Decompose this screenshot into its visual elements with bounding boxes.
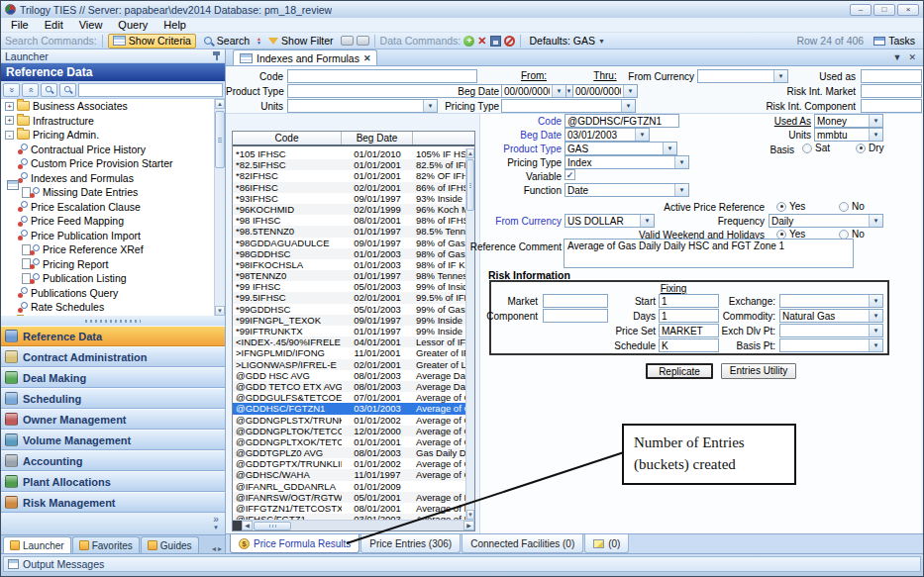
tab-indexes-and-formulas[interactable]: Indexes and Formulas ✕	[233, 49, 377, 65]
tree-item-business-associates[interactable]: +Business Associates	[1, 99, 214, 114]
restore-button[interactable]: □	[873, 4, 895, 16]
table-row[interactable]: *93IFHSC09/01/199793% Inside FER	[233, 193, 465, 204]
dropdown-icon[interactable]: ▼	[869, 129, 882, 141]
table-row[interactable]: *82.5IFHSC01/01/200182.5% of IFHSC	[233, 159, 465, 170]
tab-launcher[interactable]: Launcher	[3, 536, 71, 553]
table-row[interactable]: *82IFHSC01/01/200182% OF IFHSC	[233, 170, 465, 181]
filter-risk-market-input[interactable]	[862, 85, 921, 97]
beg-date-field[interactable]	[565, 129, 635, 141]
function-select[interactable]: ▼	[565, 183, 689, 197]
table-row[interactable]: *86IFHSC02/01/200186% of IFHSC S	[233, 182, 465, 193]
tree-item-indexes-and-formulas[interactable]: Indexes and Formulas	[1, 171, 214, 186]
scrollbar-thumb[interactable]	[254, 522, 291, 530]
table-row[interactable]: *99 IFHSC05/01/200399% of Inside F	[233, 281, 465, 292]
tab-connected-facilities-0[interactable]: Connected Facilities (0)	[462, 534, 583, 553]
table-row[interactable]: <INDEX-.45/90%IFRELE04/01/2001Lessor of …	[233, 337, 465, 347]
tree-item-price-feed-mapping[interactable]: Price Feed Mapping	[1, 214, 214, 229]
filter-beg-date-thru-input[interactable]	[573, 85, 623, 97]
table-row[interactable]: >LIGONWASP/IFREL-E02/01/2001Greater of L…	[233, 359, 465, 370]
basis-pt-field[interactable]	[780, 339, 869, 351]
tree-item-price-escalation-clause[interactable]: Price Escalation Clause	[1, 200, 214, 215]
table-row[interactable]: *98IFKOCHSLA01/01/200398% of IF Koch	[233, 259, 465, 270]
table-row[interactable]: *98.5TENNZ001/01/199798.5% Tenness	[233, 226, 465, 237]
panel-menu-icon[interactable]: ▼	[893, 52, 902, 62]
exch-dlv-pt-field[interactable]	[780, 325, 869, 337]
table-row[interactable]: @GDHSC/WAHA11/01/1997Average of Ga	[233, 469, 465, 480]
close-tab-icon[interactable]: ✕	[363, 53, 371, 63]
menu-view[interactable]: View	[71, 19, 111, 31]
frequency-field[interactable]	[770, 215, 869, 227]
dropdown-icon[interactable]: ▼	[552, 85, 565, 97]
table-row[interactable]: *96KOCHMID02/01/199996% Koch Mids	[233, 204, 465, 215]
table-row[interactable]: @IFFGTZN1/TETCOSTX08/01/2001Average of I…	[233, 503, 465, 514]
table-row[interactable]: @GDDGULFS&TETCOELA07/01/2001Average of G…	[233, 392, 465, 403]
dropdown-icon[interactable]: ▼	[635, 129, 649, 141]
table-row[interactable]: *98 IFHSC08/01/200198% of IFHSC	[233, 215, 465, 226]
used-as-field[interactable]	[815, 115, 869, 127]
table-row[interactable]: *105 IFHSC01/01/2010105% IF HSC	[233, 148, 465, 159]
dropdown-icon[interactable]: ▼	[869, 215, 882, 227]
table-row[interactable]: @GDD TETCO ETX AVG08/01/2003Average Dail…	[233, 381, 465, 392]
reference-comment-field[interactable]: Average of Gas Daily Daily HSC and FGT Z…	[564, 239, 854, 268]
basis-dry-radio[interactable]	[856, 144, 866, 153]
table-row[interactable]: *99IFNGPL_TEXOK09/01/199799% Inside FER	[233, 315, 465, 326]
menu-help[interactable]: Help	[155, 19, 194, 31]
scroll-up-icon[interactable]: ▲	[215, 99, 225, 109]
dropdown-icon[interactable]: ▼	[869, 115, 882, 127]
units-field[interactable]	[815, 129, 869, 141]
scroll-right-icon[interactable]: ▸	[218, 544, 222, 553]
close-button[interactable]: ×	[897, 4, 919, 16]
tree-item-price-reference-xref[interactable]: Price Reference XRef	[1, 242, 214, 257]
active-price-yes-radio[interactable]	[776, 202, 786, 212]
column-header-beg-date[interactable]: Beg Date	[342, 132, 413, 144]
table-row[interactable]: @IFANRL_GDDANRLA01/01/2009	[233, 481, 465, 492]
units-select[interactable]: ▼	[814, 128, 883, 142]
table-row[interactable]: @IFANRSW/OGT/RGTWEST05/01/2001Average of…	[233, 492, 465, 503]
tree-item-publication-listing[interactable]: Publication Listing	[1, 271, 214, 286]
code-field[interactable]	[565, 115, 678, 127]
sidebar-item-owner-management[interactable]: Owner Management	[1, 409, 225, 430]
active-price-no-radio[interactable]	[839, 202, 849, 212]
filter-units-input[interactable]	[288, 100, 423, 112]
pin-icon[interactable]	[212, 50, 221, 61]
basis-sat-radio[interactable]	[802, 144, 812, 153]
add-record-icon[interactable]: +	[463, 36, 474, 47]
tree-item-infrastructure[interactable]: +Infrastructure	[1, 114, 214, 129]
dropdown-icon[interactable]: ▼	[663, 143, 676, 154]
dropdown-icon[interactable]: ▼	[869, 339, 882, 351]
table-row[interactable]: @GDDNGPLTOK/TETCOETX12/01/2000Average of…	[233, 426, 465, 436]
filter-pricing-type-input[interactable]	[502, 100, 621, 112]
search-button[interactable]: Search	[199, 34, 254, 48]
tree-search-button[interactable]	[41, 83, 57, 97]
sidebar-item-volume-management[interactable]: Volume Management	[1, 430, 225, 450]
table-row[interactable]: @GDDNGPLTXOK/TETCETX01/01/2001Average of…	[233, 436, 465, 447]
tree-item-pricing-report[interactable]: Pricing Report	[1, 257, 214, 272]
sidebar-item-risk-management[interactable]: Risk Management	[1, 492, 225, 513]
scroll-down-icon[interactable]: ▼	[466, 510, 474, 520]
tab-guides[interactable]: Guides	[141, 536, 199, 553]
used-as-select[interactable]: ▼	[814, 114, 883, 128]
exchange-select[interactable]: ▼	[779, 294, 883, 308]
commodity-select[interactable]: ▼	[779, 309, 883, 323]
scroll-left-icon[interactable]: ◀	[242, 521, 253, 530]
show-filter-button[interactable]: Show Filter	[264, 34, 338, 48]
tree-item-price-publication-import[interactable]: Price Publication Import	[1, 229, 214, 243]
tree-search-clear-button[interactable]	[59, 83, 76, 97]
basis-sat-option[interactable]: Sat	[802, 143, 830, 153]
grid-vertical-scrollbar[interactable]: ▲ ▼	[465, 148, 474, 520]
beg-date-select[interactable]: ▼	[565, 128, 650, 142]
pricing-type-select[interactable]: ▼	[565, 155, 689, 169]
frequency-select[interactable]: ▼	[769, 214, 883, 228]
expand-all-button[interactable]: »	[22, 83, 39, 97]
filter-beg-date-from-input[interactable]	[502, 85, 552, 97]
sidebar-item-accounting[interactable]: Accounting	[1, 450, 225, 471]
table-row[interactable]: *99IFTRUNKTX01/01/199799% Inside FER	[233, 326, 465, 337]
delete-record-icon[interactable]: ✕	[477, 36, 486, 47]
defaults-dropdown[interactable]: Defaults: GAS ▼	[526, 34, 609, 48]
scroll-right-icon[interactable]: ▶	[463, 521, 474, 530]
grid-horizontal-scrollbar[interactable]: ◀ ▶	[233, 520, 474, 530]
close-panel-icon[interactable]: ✕	[908, 52, 916, 62]
print-preview-icon[interactable]	[357, 36, 369, 46]
table-row[interactable]: @GDD HSC AVG08/01/2003Average Daily	[233, 370, 465, 381]
tree-filter-input[interactable]	[78, 83, 223, 97]
